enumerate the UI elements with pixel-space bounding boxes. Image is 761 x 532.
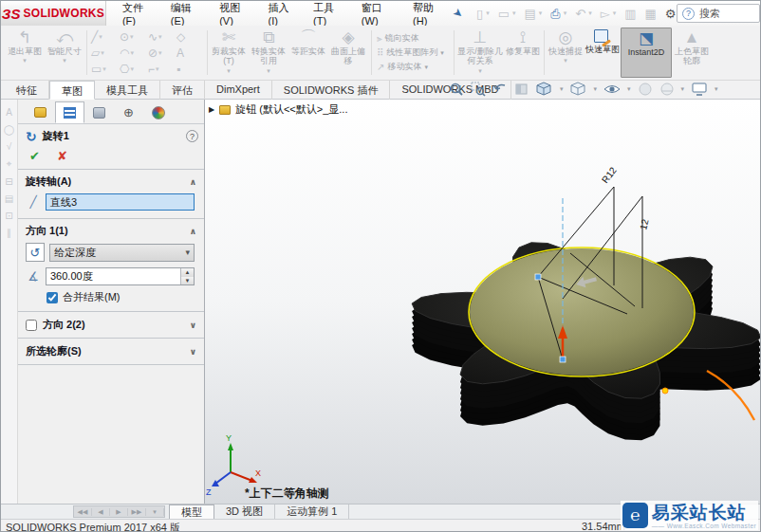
line-tool-icon[interactable]: ╱▾ (91, 30, 118, 44)
axis-selection-field[interactable]: 直线3 (46, 193, 195, 211)
undo-icon[interactable]: ↶ (575, 8, 585, 20)
geometric-tolerance-icon[interactable]: ⌖ (7, 158, 12, 170)
text-tool-icon[interactable]: A (176, 46, 203, 60)
hide-show-items-icon[interactable] (603, 82, 621, 97)
move-entities-button[interactable]: ↗移动实体▾ (377, 61, 449, 73)
polygon-tool-icon[interactable]: ⎔▾ (120, 63, 146, 76)
note-icon[interactable]: A (6, 107, 12, 118)
quick-snaps-button[interactable]: ◎ 快速捕捉▾ (547, 28, 585, 78)
menu-tools[interactable]: 工具(T) (306, 0, 351, 28)
revolve-direction-icon[interactable]: ↺ (26, 243, 45, 262)
convert-entities-button[interactable]: ⧉ 转换实体引用▾ (248, 28, 289, 78)
surface-finish-icon[interactable]: √ (7, 141, 12, 152)
print-icon[interactable]: ⎙ (550, 8, 560, 20)
angle-spinner[interactable]: 360.00度 ▲▼ (46, 267, 195, 285)
crosshatch-icon[interactable]: ∥ (7, 228, 11, 238)
direction2-group-header[interactable]: 方向 2(2) ∨ (18, 312, 204, 339)
part-tree-label[interactable]: 旋钮 (默认<<默认>_显... (235, 102, 347, 117)
balloon-icon[interactable]: ◯ (4, 124, 14, 135)
pin-menu-icon[interactable]: ➤ (451, 5, 467, 21)
dimxpert-manager-tab[interactable]: ⊕ (114, 101, 143, 123)
knob-dome-face[interactable] (470, 248, 694, 376)
height-dimension[interactable]: 12 (638, 218, 650, 231)
configuration-manager-tab[interactable] (84, 101, 114, 123)
ellipse-tool-icon[interactable]: ⊘▾ (148, 46, 175, 60)
plane-tool-icon[interactable]: ◇ (176, 30, 203, 44)
graphics-viewport[interactable]: R12 12 Y X Z ▶ 旋钮 (默认<<默认>_显 (205, 100, 761, 504)
scroll-next-icon[interactable]: ▶ (110, 508, 128, 516)
search-box[interactable]: ? 搜索 (677, 4, 760, 23)
property-manager-tab[interactable] (55, 101, 84, 123)
weld-symbol-icon[interactable]: ▤ (5, 193, 13, 204)
instant2d-button[interactable]: ⬔ Instant2D (621, 28, 672, 78)
sketch-point[interactable] (560, 357, 566, 362)
spline-tool-icon[interactable]: ∿▾ (148, 30, 175, 44)
surface-offset-button[interactable]: ◈ 曲面上偏移 (327, 28, 369, 78)
view-settings-icon[interactable] (691, 82, 708, 97)
mirror-entities-button[interactable]: ⫸镜向实体 (377, 32, 449, 45)
linear-pattern-button[interactable]: ⠿线性草图阵列▾ (377, 46, 449, 59)
flyout-feature-tree[interactable]: ▶ 旋钮 (默认<<默认>_显... (209, 102, 347, 117)
end-condition-dropdown[interactable]: 给定深度▾ (49, 244, 195, 262)
menu-insert[interactable]: 插入(I) (262, 0, 304, 28)
tab-features[interactable]: 特征 (5, 81, 49, 100)
arc-tool-icon[interactable]: ◠▾ (120, 46, 146, 60)
tab-3d-views[interactable]: 3D 视图 (214, 504, 275, 519)
tab-sw-addins[interactable]: SOLIDWORKS 插件 (272, 81, 391, 100)
repair-sketch-button[interactable]: ⟟ 修复草图 (504, 28, 542, 78)
edit-appearance-icon[interactable] (638, 82, 653, 97)
help-icon[interactable]: ? (186, 130, 198, 142)
fillet-tool-icon[interactable]: ⌐▾ (148, 63, 175, 76)
cancel-button[interactable]: ✘ (57, 149, 67, 163)
direction2-checkbox[interactable] (26, 320, 37, 331)
select-icon[interactable]: ▻ (601, 8, 610, 20)
radius-dimension[interactable]: R12 (600, 165, 619, 186)
menu-file[interactable]: 文件(F) (116, 0, 160, 28)
tab-scroll-control[interactable]: ◀◀◀▶▶▶▾ (73, 505, 165, 518)
zoom-fit-icon[interactable] (449, 82, 464, 97)
tab-mold-tools[interactable]: 模具工具 (95, 81, 160, 100)
view-orientation-icon[interactable] (536, 82, 553, 97)
sketch-entity-icon[interactable]: ▥ (624, 8, 636, 20)
model-canvas[interactable]: R12 12 Y X Z (205, 100, 761, 504)
ok-button[interactable]: ✔ (29, 149, 40, 163)
save-icon[interactable]: ▤ (525, 8, 536, 20)
tab-evaluate[interactable]: 评估 (160, 81, 205, 100)
datum-target-icon[interactable]: ⊡ (5, 211, 12, 221)
scroll-last-icon[interactable]: ▶▶ (128, 508, 146, 516)
circle-tool-icon[interactable]: ⊙▾ (120, 30, 146, 44)
scroll-first-icon[interactable]: ◀◀ (74, 508, 92, 516)
exit-sketch-button[interactable]: ↰ 退出草图▾ (5, 28, 45, 78)
display-style-icon[interactable] (570, 82, 587, 97)
shaded-contours-button[interactable]: ▲ 上色草图轮廓 (672, 28, 712, 78)
merge-result-checkbox[interactable] (46, 292, 58, 303)
help-search-icon[interactable]: ? (682, 8, 695, 20)
datum-feature-icon[interactable]: ⊟ (5, 176, 12, 187)
menu-view[interactable]: 视图(V) (213, 0, 257, 28)
section-view-icon[interactable] (514, 82, 529, 97)
scroll-menu-icon[interactable]: ▾ (146, 508, 164, 516)
scene-icon[interactable] (659, 82, 675, 97)
properties-icon[interactable]: ▦ (644, 8, 656, 20)
trim-entities-button[interactable]: ✄ 剪裁实体(T)▾ (210, 28, 248, 78)
previous-view-icon[interactable] (492, 82, 508, 97)
smart-dimension-button[interactable]: ⤺ 智能尺寸▾ (45, 28, 84, 78)
rectangle-tool-icon[interactable]: ▱▾ (91, 46, 118, 60)
tab-model[interactable]: 模型 (169, 504, 214, 519)
sketch-point[interactable] (535, 274, 541, 280)
spinner-down-icon[interactable]: ▼ (181, 277, 194, 285)
flyout-expand-icon[interactable]: ▶ (209, 105, 214, 114)
menu-help[interactable]: 帮助(H) (406, 0, 452, 28)
scroll-prev-icon[interactable]: ◀ (92, 508, 110, 516)
contours-group-header[interactable]: 所选轮廓(S) ∨ (18, 339, 204, 365)
point-tool-icon[interactable]: ▪ (176, 63, 203, 76)
new-document-icon[interactable]: ▯ (476, 8, 483, 20)
menu-edit[interactable]: 编辑(E) (164, 0, 209, 28)
axis-group-header[interactable]: 旋转轴(A)∧ (18, 170, 204, 193)
zoom-area-icon[interactable] (471, 82, 486, 97)
feature-manager-tab[interactable] (26, 101, 55, 123)
display-delete-relations-button[interactable]: ⊥ 显示/删除几何关系▾ (456, 28, 504, 78)
offset-entities-button[interactable]: ⌒ 等距实体 (289, 28, 327, 78)
spinner-up-icon[interactable]: ▲ (181, 268, 194, 277)
tab-sketch[interactable]: 草图 (49, 81, 95, 100)
